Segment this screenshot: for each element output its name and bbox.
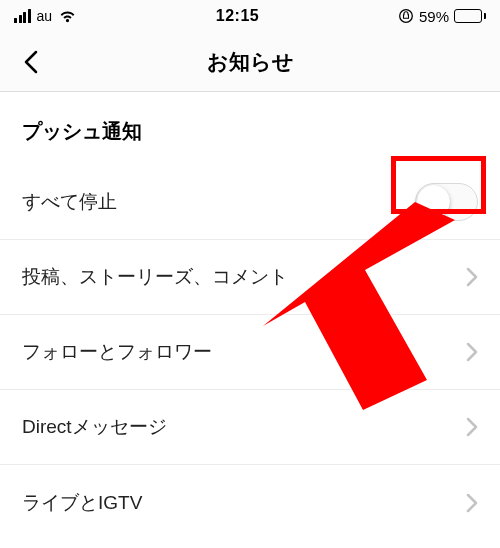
row-pause-all: すべて停止 xyxy=(0,165,500,240)
row-label-pause-all: すべて停止 xyxy=(22,189,117,215)
carrier-label: au xyxy=(37,8,53,24)
chevron-right-icon xyxy=(466,342,478,362)
row-label-live: ライブとIGTV xyxy=(22,490,142,516)
nav-bar: お知らせ xyxy=(0,32,500,92)
section-header: プッシュ通知 xyxy=(0,92,500,165)
chevron-right-icon xyxy=(466,267,478,287)
back-button[interactable] xyxy=(10,40,54,84)
cellular-signal-icon xyxy=(14,9,31,23)
row-label-follow: フォローとフォロワー xyxy=(22,339,212,365)
pause-all-toggle[interactable] xyxy=(415,183,478,221)
battery-percent: 59% xyxy=(419,8,449,25)
status-left: au xyxy=(14,8,77,24)
status-bar: au 12:15 59% xyxy=(0,0,500,32)
page-title: お知らせ xyxy=(0,48,500,76)
row-posts[interactable]: 投稿、ストーリーズ、コメント xyxy=(0,240,500,315)
row-label-posts: 投稿、ストーリーズ、コメント xyxy=(22,264,288,290)
battery-icon xyxy=(454,9,486,23)
row-live[interactable]: ライブとIGTV xyxy=(0,465,500,540)
chevron-right-icon xyxy=(466,493,478,513)
row-follow[interactable]: フォローとフォロワー xyxy=(0,315,500,390)
chevron-left-icon xyxy=(22,48,42,76)
wifi-icon xyxy=(58,9,77,23)
orientation-lock-icon xyxy=(398,8,414,24)
chevron-right-icon xyxy=(466,417,478,437)
clock: 12:15 xyxy=(216,7,259,25)
row-label-direct: Directメッセージ xyxy=(22,414,167,440)
status-right: 59% xyxy=(398,8,486,25)
row-direct[interactable]: Directメッセージ xyxy=(0,390,500,465)
toggle-knob xyxy=(417,185,450,218)
